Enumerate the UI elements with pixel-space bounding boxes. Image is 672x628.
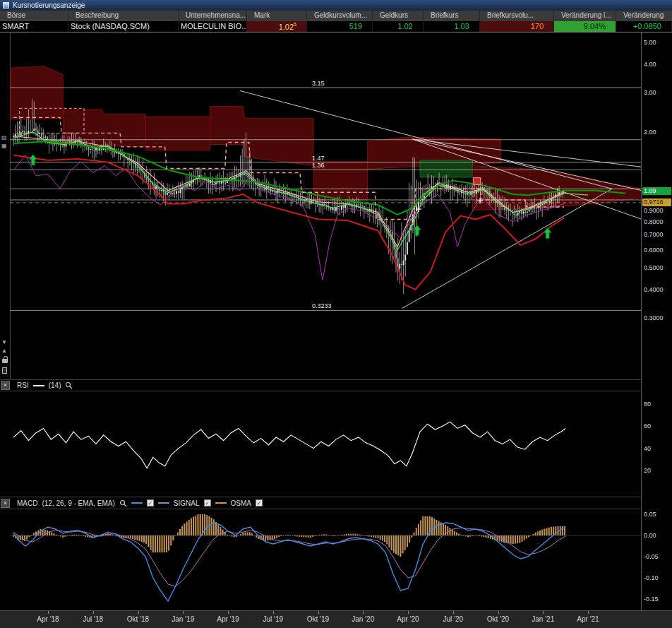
magnifier-icon[interactable]	[119, 499, 127, 507]
buy-arrow-icon	[544, 227, 551, 238]
price-axis-label: 5.00	[644, 39, 672, 46]
rsi-line	[13, 422, 565, 468]
time-axis[interactable]: Apr '18Jul '18Okt '18Jan '19Apr '19Jul '…	[0, 610, 672, 628]
price-axis-label: 3.00	[644, 89, 672, 96]
macd-axis-label: -0.15	[644, 596, 672, 603]
signal-label: SIGNAL	[174, 499, 200, 507]
column-header-geldkurs[interactable]: Geldkurs	[373, 11, 424, 21]
column-header-briefkurs[interactable]: Briefkurs	[424, 11, 480, 21]
price-axis-label: 0.3000	[644, 314, 672, 321]
scroll-up-icon[interactable]: ▲	[1, 348, 7, 354]
macd-axis-label: -0.10	[644, 574, 672, 581]
price-axis-label: 0.8000	[644, 218, 672, 225]
time-tick	[228, 611, 229, 614]
price-axis-label: 4.00	[644, 61, 672, 68]
time-tick	[138, 611, 139, 614]
macd-close-button[interactable]: ×	[1, 499, 10, 508]
tws-chart-window: Kursnotierungsanzeige BörseBeschreibungU…	[0, 0, 672, 628]
cell-geldkurs[interactable]: 1.02	[373, 21, 424, 32]
time-axis-label: Jan '21	[527, 615, 558, 623]
time-axis-label: Okt '20	[483, 615, 514, 623]
price-axis[interactable]: 5.004.003.002.000.90000.80000.70000.6000…	[641, 32, 672, 610]
rsi-axis-label: 20	[644, 467, 672, 474]
macd-params: (12, 26, 9 - EMA, EMA)	[42, 499, 114, 507]
time-axis-label: Jul '19	[258, 615, 289, 623]
time-axis-label: Apr '21	[572, 615, 604, 623]
cell-briefkursvolumen[interactable]: 170	[480, 21, 554, 32]
time-tick	[318, 611, 319, 614]
cell-boerse[interactable]: SMART	[0, 21, 68, 32]
column-header-mark[interactable]: Mark	[247, 11, 307, 21]
price-axis-label: 0.4000	[644, 286, 672, 293]
price-chart[interactable]: 3.151.471.360.3233	[10, 32, 641, 379]
time-axis-label: Apr '19	[212, 615, 244, 623]
magnifier-icon[interactable]	[65, 381, 73, 389]
cell-veraenderung_prozent[interactable]: 9.04%	[554, 21, 616, 32]
column-header-veraenderung_prozent[interactable]: Veränderung i...	[554, 11, 616, 21]
buy-arrow-icon	[29, 155, 37, 165]
signal-checkbox[interactable]: ✓	[204, 499, 211, 506]
time-tick	[543, 611, 544, 614]
column-header-boerse[interactable]: Börse	[0, 11, 68, 21]
panel-layout-icon[interactable]: ▤	[1, 134, 7, 141]
lock-icon[interactable]	[2, 359, 8, 363]
cell-unternehmensname[interactable]: MOLECULIN BIO...	[179, 21, 247, 32]
time-axis-label: Okt '18	[123, 615, 154, 623]
rsi-axis-label: 60	[644, 422, 672, 429]
rsi-axis-label: 40	[644, 445, 672, 452]
macd-line-checkbox[interactable]: ✓	[147, 499, 154, 506]
rsi-panel-header: × RSI (14)	[0, 379, 672, 391]
rsi-line-swatch	[33, 385, 44, 386]
cell-veraenderung[interactable]: +0.0850	[616, 21, 672, 32]
quote-table-row[interactable]: SMARTStock (NASDAQ.SCM)MOLECULIN BIO...1…	[0, 21, 672, 32]
price-axis-label: 0.6000	[644, 247, 672, 254]
window-titlebar[interactable]: Kursnotierungsanzeige	[0, 0, 672, 11]
svg-text:0.3233: 0.3233	[312, 302, 332, 309]
time-tick	[93, 611, 94, 614]
osma-checkbox[interactable]: ✓	[256, 499, 263, 506]
cell-geldkursvolumen[interactable]: 519	[307, 21, 373, 32]
window-title: Kursnotierungsanzeige	[13, 1, 85, 9]
time-tick	[183, 611, 184, 614]
scroll-down-icon[interactable]: ▼	[1, 339, 7, 345]
macd-line-swatch	[131, 502, 143, 504]
time-axis-label: Apr '18	[32, 615, 64, 623]
macd-axis-label: 0.05	[644, 511, 672, 518]
svg-text:1.47: 1.47	[312, 155, 325, 162]
time-axis-label: Jan '20	[347, 615, 378, 623]
cell-beschreibung[interactable]: Stock (NASDAQ.SCM)	[68, 21, 179, 32]
time-tick	[363, 611, 364, 614]
macd-chart[interactable]	[10, 510, 641, 610]
time-tick	[588, 611, 589, 614]
price-axis-label: 0.7000	[644, 231, 672, 238]
cell-briefkurs[interactable]: 1.03	[424, 21, 480, 32]
svg-text:1.36: 1.36	[312, 162, 325, 169]
time-axis-label: Apr '20	[392, 615, 424, 623]
price-tag: 1.09	[642, 187, 671, 195]
time-tick	[498, 611, 499, 614]
cell-mark[interactable]: 1.025	[247, 21, 307, 32]
quote-table-header: BörseBeschreibungUnternehmensna...MarkGe…	[0, 11, 672, 21]
column-header-beschreibung[interactable]: Beschreibung	[68, 11, 179, 21]
column-header-veraenderung[interactable]: Veränderung	[616, 11, 672, 21]
svg-text:3.15: 3.15	[312, 80, 325, 87]
macd-axis-label: -0.05	[644, 553, 672, 560]
column-header-geldkursvolumen[interactable]: Geldkursvolum...	[307, 11, 373, 21]
grid-icon[interactable]: ▦	[1, 143, 7, 149]
time-axis-label: Jan '19	[167, 615, 198, 623]
signal-line-swatch	[158, 502, 169, 504]
time-tick	[273, 611, 274, 614]
column-header-briefkursvolumen[interactable]: Briefkursvolu...	[480, 11, 554, 21]
macd-line	[13, 523, 565, 601]
osma-label: OSMA	[231, 499, 251, 507]
rsi-label: RSI	[17, 381, 29, 389]
snapshot-icon[interactable]	[2, 367, 7, 374]
rsi-axis-label: 80	[644, 401, 672, 408]
column-header-unternehmensname[interactable]: Unternehmensna...	[179, 11, 247, 21]
rsi-params: (14)	[49, 381, 61, 389]
rsi-close-button[interactable]: ×	[1, 381, 10, 390]
chart-left-toolbar: ▤ ▦ ▼ ▲	[0, 32, 10, 610]
macd-panel-header: × MACD (12, 26, 9 - EMA, EMA) ✓ SIGNAL ✓…	[0, 497, 672, 509]
rsi-chart[interactable]	[10, 392, 641, 494]
price-axis-label: 0.5000	[644, 264, 672, 271]
